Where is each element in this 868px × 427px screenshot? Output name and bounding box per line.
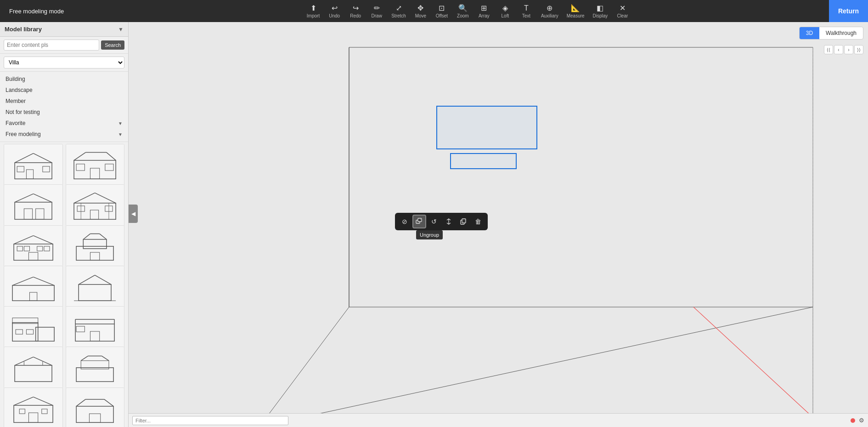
model-card[interactable] [4, 266, 63, 308]
model-thumbnail [4, 347, 62, 388]
measure-icon: 📐 [571, 4, 580, 12]
model-card[interactable] [66, 266, 125, 308]
ctx-ungroup-button[interactable] [412, 215, 426, 228]
svg-rect-39 [90, 252, 100, 260]
status-dot-red [851, 418, 855, 423]
model-thumbnail [4, 307, 62, 348]
svg-rect-58 [76, 326, 85, 332]
draw-icon: ✏ [374, 4, 380, 12]
ctx-delete-button[interactable]: 🗑 [471, 215, 485, 228]
svg-line-14 [15, 194, 33, 202]
sidebar-item-member[interactable]: Member [0, 96, 128, 107]
svg-rect-79 [90, 414, 101, 422]
toolbar-draw-button[interactable]: ✏Draw [366, 2, 387, 20]
toolbar-import-button[interactable]: ⬆Import [303, 2, 323, 20]
svg-line-66 [81, 356, 88, 361]
ctx-flip-button[interactable] [442, 215, 456, 228]
svg-line-78 [104, 399, 113, 406]
toolbar-measure-button[interactable]: 📐Measure [563, 2, 588, 20]
toolbar-auxiliary-button[interactable]: ⊕Auxiliary [537, 2, 562, 20]
ctx-no-entry-button[interactable]: ⊘ [398, 215, 411, 228]
main-area: Model library ▼ Search VillaHouseBuildin… [0, 22, 868, 427]
ctx-copy-button[interactable] [457, 215, 470, 228]
nav-next-button[interactable]: › [844, 45, 853, 54]
model-card[interactable] [66, 347, 125, 389]
text-icon: T [524, 4, 529, 12]
view-walkthrough-button[interactable]: Walkthrough [819, 27, 863, 39]
bottom-bar: ⚙ [129, 413, 868, 427]
svg-rect-57 [90, 331, 100, 341]
model-thumbnail [66, 226, 124, 267]
svg-rect-73 [28, 413, 38, 422]
sidebar-collapse-arrow[interactable]: ▼ [118, 26, 124, 33]
view-toggle: 3D Walkthrough [799, 27, 863, 40]
model-card[interactable] [66, 225, 125, 268]
toolbar-zoom-button[interactable]: 🔍Zoom [453, 2, 473, 20]
toolbar-offset-button[interactable]: ⊡Offset [432, 2, 452, 20]
sidebar-collapse-button[interactable]: ◀ [129, 205, 138, 223]
category-select[interactable]: VillaHouseBuildingLandscape [4, 57, 124, 68]
svg-line-7 [74, 153, 85, 160]
svg-rect-44 [79, 285, 111, 301]
model-card[interactable] [4, 387, 63, 427]
toolbar-display-button[interactable]: ◧Display [589, 2, 612, 20]
svg-rect-3 [26, 170, 33, 179]
svg-line-76 [76, 399, 85, 406]
nav-prev-button[interactable]: ‹ [834, 45, 843, 54]
svg-rect-59 [15, 365, 52, 381]
array-icon: ⊞ [481, 4, 487, 12]
toolbar-move-button[interactable]: ✥Move [411, 2, 431, 20]
svg-line-70 [14, 397, 33, 405]
nav-last-button[interactable]: ⟩⟩ [854, 45, 863, 54]
toolbar-undo-button[interactable]: ↩Undo [324, 2, 344, 20]
sidebar: Model library ▼ Search VillaHouseBuildin… [0, 22, 129, 427]
ungroup-tooltip: Ungroup [416, 230, 443, 239]
svg-line-19 [74, 193, 95, 203]
model-card[interactable] [66, 387, 125, 427]
model-card[interactable] [4, 306, 63, 348]
svg-rect-12 [105, 164, 113, 171]
loft-icon: ◈ [502, 4, 508, 12]
offset-icon: ⊡ [439, 4, 445, 12]
filter-input[interactable] [132, 416, 288, 425]
svg-rect-10 [90, 168, 100, 179]
nav-first-button[interactable]: ⟨⟨ [824, 45, 833, 54]
expand-arrow: ▼ [118, 132, 123, 137]
sidebar-item-favorite[interactable]: Favorite▼ [0, 118, 128, 129]
toolbar-text-button[interactable]: TText [516, 2, 536, 20]
sidebar-nav: BuildingLandscapeMemberNot for testingFa… [0, 72, 128, 142]
model-card[interactable] [4, 347, 63, 389]
svg-line-2 [33, 154, 51, 163]
svg-rect-13 [15, 202, 52, 219]
sidebar-title: Model library [5, 26, 42, 33]
ctx-refresh-button[interactable]: ↺ [427, 215, 441, 228]
toolbar-redo-button[interactable]: ↪Redo [345, 2, 366, 20]
svg-line-46 [79, 275, 95, 284]
svg-rect-75 [76, 406, 113, 422]
toolbar-stretch-button[interactable]: ⤢Stretch [388, 2, 410, 20]
model-thumbnail [66, 388, 124, 427]
search-button[interactable]: Search [101, 40, 124, 50]
model-card[interactable] [66, 184, 125, 227]
model-card[interactable] [66, 144, 125, 186]
model-card[interactable] [4, 225, 63, 268]
view-3d-button[interactable]: 3D [800, 27, 819, 39]
svg-line-1 [15, 154, 33, 163]
sidebar-item-free-modeling[interactable]: Free modeling▼ [0, 129, 128, 140]
toolbar-loft-button[interactable]: ◈Loft [495, 2, 515, 20]
model-thumbnail [4, 266, 62, 307]
svg-rect-51 [16, 330, 23, 334]
model-card[interactable] [4, 184, 63, 227]
search-input[interactable] [4, 40, 99, 51]
sidebar-item-landscape[interactable]: Landscape [0, 85, 128, 96]
toolbar-clear-button[interactable]: ✕Clear [612, 2, 632, 20]
model-card[interactable] [4, 144, 63, 186]
model-card[interactable] [66, 306, 125, 348]
canvas-area[interactable]: ⊘ ↺ 🗑 [129, 22, 868, 427]
sidebar-item-building[interactable]: Building [0, 74, 128, 85]
toolbar-array-button[interactable]: ⊞Array [474, 2, 494, 20]
svg-rect-72 [19, 409, 25, 414]
svg-rect-30 [24, 246, 29, 251]
sidebar-item-not-for-testing[interactable]: Not for testing [0, 107, 128, 118]
return-button[interactable]: Return [829, 0, 868, 22]
